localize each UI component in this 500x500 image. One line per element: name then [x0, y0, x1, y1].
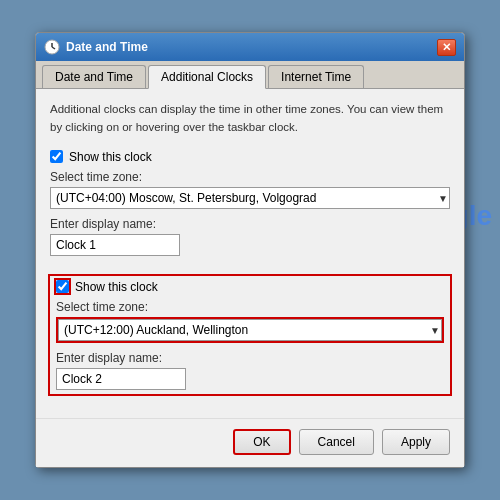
close-button[interactable]: ✕ — [437, 39, 456, 56]
clock1-name-input[interactable] — [50, 234, 180, 256]
tab-date-time[interactable]: Date and Time — [42, 65, 146, 88]
clock1-timezone-label: Select time zone: — [50, 170, 450, 184]
clock2-timezone-container: (UTC+12:00) Auckland, Wellington ▼ — [56, 317, 444, 343]
clock2-timezone-label: Select time zone: — [56, 300, 444, 314]
title-bar: Date and Time ✕ — [36, 33, 464, 61]
clock2-section: Show this clock Select time zone: (UTC+1… — [48, 274, 452, 396]
title-bar-left: Date and Time — [44, 39, 148, 55]
clock2-checkbox-row: Show this clock — [56, 280, 444, 294]
clock1-show-checkbox[interactable] — [50, 150, 63, 163]
tab-additional-clocks[interactable]: Additional Clocks — [148, 65, 266, 89]
clock1-timezone-select[interactable]: (UTC+04:00) Moscow, St. Petersburg, Volg… — [50, 187, 450, 209]
clock-icon — [44, 39, 60, 55]
clock1-show-label: Show this clock — [69, 150, 152, 164]
clock2-name-input[interactable] — [56, 368, 186, 390]
clock1-section: Show this clock Select time zone: (UTC+0… — [50, 150, 450, 256]
cancel-button[interactable]: Cancel — [299, 429, 374, 455]
section-divider — [50, 266, 450, 274]
clock2-show-label: Show this clock — [75, 280, 158, 294]
description-text: Additional clocks can display the time i… — [50, 101, 450, 136]
dialog-window: Date and Time ✕ Date and Time Additional… — [35, 32, 465, 468]
clock2-name-label: Enter display name: — [56, 351, 444, 365]
clock1-timezone-container: (UTC+04:00) Moscow, St. Petersburg, Volg… — [50, 187, 450, 209]
content-area: Additional clocks can display the time i… — [36, 89, 464, 418]
clock1-name-label: Enter display name: — [50, 217, 450, 231]
tab-bar: Date and Time Additional Clocks Internet… — [36, 61, 464, 89]
window-title: Date and Time — [66, 40, 148, 54]
clock2-timezone-select[interactable]: (UTC+12:00) Auckland, Wellington — [58, 319, 442, 341]
apply-button[interactable]: Apply — [382, 429, 450, 455]
clock1-checkbox-row: Show this clock — [50, 150, 450, 164]
ok-button[interactable]: OK — [233, 429, 290, 455]
clock2-show-checkbox[interactable] — [56, 280, 69, 293]
tab-internet-time[interactable]: Internet Time — [268, 65, 364, 88]
button-row: OK Cancel Apply — [36, 418, 464, 467]
